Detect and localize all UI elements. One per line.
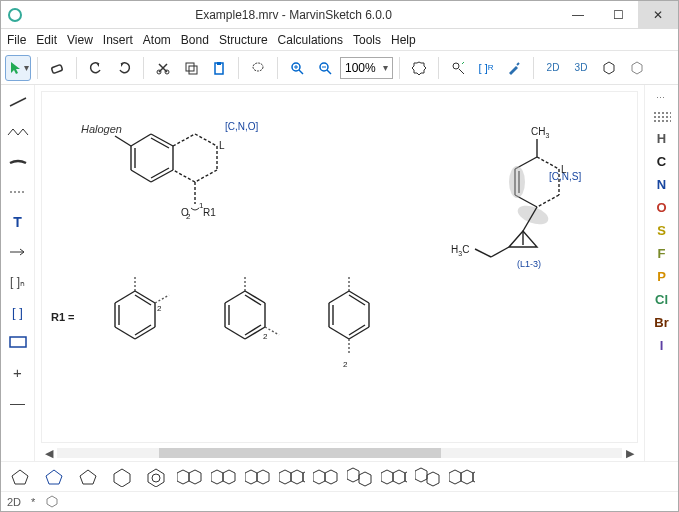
structure-top-right: CH3 L H3C bbox=[451, 121, 621, 321]
menu-bond[interactable]: Bond bbox=[181, 33, 209, 47]
svg-point-0 bbox=[9, 9, 21, 21]
svg-marker-111 bbox=[347, 468, 359, 482]
ring-template-10[interactable] bbox=[313, 466, 339, 488]
ring-cyclopentene[interactable] bbox=[75, 466, 101, 488]
ring-template-8[interactable] bbox=[245, 466, 271, 488]
text-tool[interactable]: T bbox=[5, 211, 31, 233]
paste-button[interactable] bbox=[206, 55, 232, 81]
close-button[interactable]: ✕ bbox=[638, 1, 678, 29]
scroll-left-icon[interactable]: ◀ bbox=[41, 447, 57, 460]
zoom-in-button[interactable] bbox=[284, 55, 310, 81]
selection-tool[interactable]: ▾ bbox=[5, 55, 31, 81]
menu-edit[interactable]: Edit bbox=[36, 33, 57, 47]
rgroup-button[interactable]: [ ]R bbox=[473, 55, 499, 81]
brackets-tool[interactable]: [ ] bbox=[5, 301, 31, 323]
svg-marker-120 bbox=[473, 470, 475, 484]
canvas[interactable]: Halogen [C,N,O] L O 2 1 R1 bbox=[41, 91, 638, 443]
arrow-tool[interactable] bbox=[5, 241, 31, 263]
element-Cl[interactable]: Cl bbox=[655, 292, 668, 307]
element-S[interactable]: S bbox=[657, 223, 666, 238]
svg-marker-116 bbox=[415, 468, 427, 482]
bond-chain-tool[interactable] bbox=[5, 121, 31, 143]
ring-template-14[interactable] bbox=[449, 466, 475, 488]
clean-button[interactable] bbox=[445, 55, 471, 81]
r1-equals-label: R1 = bbox=[51, 311, 75, 323]
hex-button[interactable] bbox=[596, 55, 622, 81]
r1-member-1: 2 bbox=[87, 271, 187, 381]
scroll-right-icon[interactable]: ▶ bbox=[622, 447, 638, 460]
ring-naphthalene[interactable] bbox=[177, 466, 203, 488]
ring-pyrrole[interactable] bbox=[41, 466, 67, 488]
ring-template-7[interactable] bbox=[211, 466, 237, 488]
svg-line-48 bbox=[537, 195, 559, 207]
menu-file[interactable]: File bbox=[7, 33, 26, 47]
bond-dashed-tool[interactable] bbox=[5, 181, 31, 203]
plus-tool[interactable]: + bbox=[5, 361, 31, 383]
svg-marker-98 bbox=[148, 469, 164, 487]
cut-button[interactable] bbox=[150, 55, 176, 81]
menu-view[interactable]: View bbox=[67, 33, 93, 47]
undo-button[interactable] bbox=[83, 55, 109, 81]
clean3d-button[interactable]: 3D bbox=[568, 55, 594, 81]
element-Br[interactable]: Br bbox=[654, 315, 668, 330]
erase-tool[interactable] bbox=[44, 55, 70, 81]
bond-bold-tool[interactable] bbox=[5, 151, 31, 173]
settings-button[interactable] bbox=[406, 55, 432, 81]
svg-line-43 bbox=[537, 157, 559, 169]
svg-rect-1 bbox=[51, 64, 62, 73]
ring-cyclopentane[interactable] bbox=[7, 466, 33, 488]
zoom-out-button[interactable] bbox=[312, 55, 338, 81]
element-I[interactable]: I bbox=[660, 338, 664, 353]
svg-line-59 bbox=[115, 291, 135, 303]
rect-tool[interactable] bbox=[5, 331, 31, 353]
svg-line-29 bbox=[173, 134, 195, 146]
maximize-button[interactable]: ☐ bbox=[598, 1, 638, 29]
ring-template-12[interactable] bbox=[381, 466, 407, 488]
svg-line-87 bbox=[329, 327, 349, 339]
clean2d-button[interactable]: 2D bbox=[540, 55, 566, 81]
status-mode: 2D bbox=[7, 496, 21, 508]
ring-template-9[interactable] bbox=[279, 466, 305, 488]
ring-benzene[interactable] bbox=[143, 466, 169, 488]
hex-alt-button[interactable] bbox=[624, 55, 650, 81]
redo-button[interactable] bbox=[111, 55, 137, 81]
element-C[interactable]: C bbox=[657, 154, 666, 169]
minus-tool[interactable]: — bbox=[5, 391, 31, 413]
bond-single-tool[interactable] bbox=[5, 91, 31, 113]
menu-tools[interactable]: Tools bbox=[353, 33, 381, 47]
copy-button[interactable] bbox=[178, 55, 204, 81]
menu-atom[interactable]: Atom bbox=[143, 33, 171, 47]
scroll-thumb[interactable] bbox=[159, 448, 442, 458]
svg-marker-108 bbox=[303, 470, 305, 484]
svg-marker-101 bbox=[189, 470, 201, 484]
svg-marker-96 bbox=[80, 470, 96, 484]
svg-marker-106 bbox=[279, 470, 291, 484]
ring-template-11[interactable] bbox=[347, 466, 373, 488]
element-F[interactable]: F bbox=[658, 246, 666, 261]
brush-button[interactable] bbox=[501, 55, 527, 81]
svg-line-71 bbox=[225, 291, 245, 303]
svg-rect-5 bbox=[189, 66, 197, 74]
svg-rect-7 bbox=[217, 62, 221, 65]
rightbar-more-icon[interactable]: ⋯ bbox=[656, 93, 667, 103]
element-O[interactable]: O bbox=[656, 200, 666, 215]
ring-template-13[interactable] bbox=[415, 466, 441, 488]
svg-line-63 bbox=[115, 327, 135, 339]
menu-insert[interactable]: Insert bbox=[103, 33, 133, 47]
element-H[interactable]: H bbox=[657, 131, 666, 146]
template-bar bbox=[1, 461, 678, 491]
ring-cyclohexane[interactable] bbox=[109, 466, 135, 488]
status-icon bbox=[45, 494, 59, 510]
horizontal-scrollbar[interactable]: ◀ ▶ bbox=[41, 445, 638, 461]
menu-calculations[interactable]: Calculations bbox=[278, 33, 343, 47]
zoom-combo[interactable]: 100%▾ bbox=[340, 57, 393, 79]
periodic-table-icon[interactable] bbox=[653, 111, 671, 123]
element-N[interactable]: N bbox=[657, 177, 666, 192]
element-P[interactable]: P bbox=[657, 269, 666, 284]
brackets-n-tool[interactable]: [ ]ₙ bbox=[5, 271, 31, 293]
minimize-button[interactable]: — bbox=[558, 1, 598, 29]
menu-structure[interactable]: Structure bbox=[219, 33, 268, 47]
app-icon bbox=[7, 7, 23, 23]
lasso-tool[interactable] bbox=[245, 55, 271, 81]
menu-help[interactable]: Help bbox=[391, 33, 416, 47]
